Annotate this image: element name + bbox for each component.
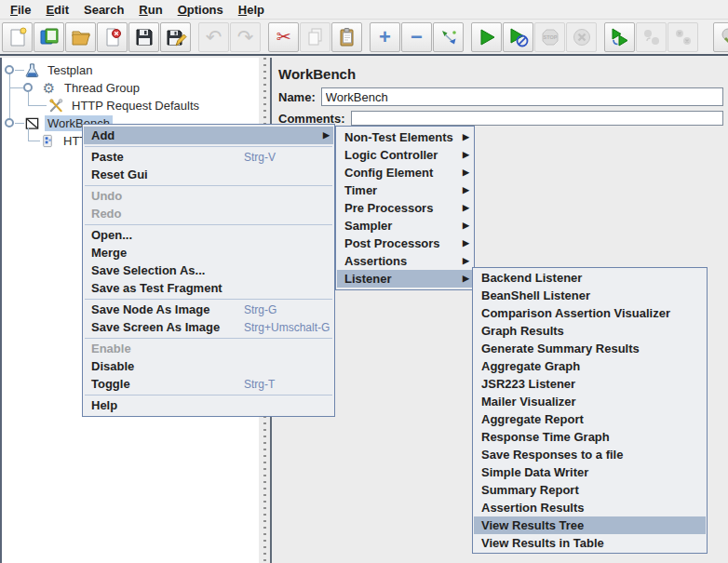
tree-guide-line [28,141,40,141]
menu-item-save-screen-as-image[interactable]: Save Screen As Image Strg+Umschalt-G [84,318,333,336]
menu-item-shortcut: Strg-G [244,303,276,316]
collapse-all-button[interactable]: − [401,22,432,52]
tree-item-label: HTTP Request Defaults [69,98,202,114]
menu-item-label: Toggle [91,377,130,391]
menubar-item-search[interactable]: Search [77,1,132,19]
minus-icon: − [411,27,423,47]
menu-item-label: Open... [91,228,132,242]
menu-item-aggregate-graph[interactable]: Aggregate Graph [474,357,706,375]
menu-item-label: Assertions [344,254,407,268]
menu-item-label: Disable [91,359,134,373]
redo-button[interactable]: ↷ [230,22,261,52]
menu-item-beanshell-listener[interactable]: BeanShell Listener [474,287,706,304]
menu-item-toggle[interactable]: Toggle Strg-T [84,375,333,393]
http-node-icon [40,133,56,149]
menu-item-save-selection-as[interactable]: Save Selection As... [84,261,333,279]
menubar-item-edit[interactable]: Edit [39,1,77,19]
expand-all-button[interactable]: + [370,22,400,52]
menu-item-post-processors[interactable]: Post Processors ▶ [337,235,473,252]
name-field[interactable] [321,87,723,106]
menu-item-merge[interactable]: Merge [84,244,333,261]
expand-handle-testplan[interactable] [5,65,14,74]
cut-button[interactable]: ✂ [268,22,299,52]
tree-item-http-request-defaults[interactable]: HTTP Request Defaults [48,97,202,114]
copy-button[interactable] [300,22,330,52]
menu-item-aggregate-report[interactable]: Aggregate Report [474,410,706,428]
menu-item-label: Comparison Assertion Visualizer [481,306,670,320]
menubar-item-file[interactable]: File [4,1,39,19]
shutdown-button[interactable] [566,22,597,52]
menu-item-view-results-tree[interactable]: View Results Tree [474,516,706,534]
menu-item-open[interactable]: Open... [84,226,333,244]
menu-item-undo[interactable]: Undo [84,187,333,205]
menu-item-comparison-assertion-visualizer[interactable]: Comparison Assertion Visualizer [474,304,706,322]
toggle-button[interactable] [433,22,464,52]
tree-item-thread-group[interactable]: ⚙ Thread Group [41,79,142,97]
save-button[interactable] [128,22,159,52]
comments-field[interactable] [351,111,723,126]
menu-item-enable[interactable]: Enable [84,340,333,357]
menubar-item-options[interactable]: Options [171,1,232,19]
remote-stop-all-button[interactable] [636,22,667,52]
open-file-icon [70,26,92,48]
remote-start-all-icon [609,26,631,48]
name-label: Name: [278,90,316,104]
menu-item-assertion-results[interactable]: Assertion Results [474,499,706,516]
menu-item-summary-report[interactable]: Summary Report [474,481,706,499]
menu-item-listener[interactable]: Listener ▶ [337,270,473,288]
tree-guide-line [15,70,24,71]
menu-item-save-as-test-fragment[interactable]: Save as Test Fragment [84,279,333,297]
start-no-timers-button[interactable] [503,22,533,52]
menu-item-response-time-graph[interactable]: Response Time Graph [474,428,706,446]
menu-item-disable[interactable]: Disable [84,357,333,375]
expand-handle-workbench[interactable] [5,118,14,127]
menu-item-add[interactable]: Add ▶ [84,127,333,144]
menu-item-label: Simple Data Writer [481,465,588,479]
menu-item-simple-data-writer[interactable]: Simple Data Writer [474,463,706,481]
close-file-button[interactable] [97,22,128,52]
templates-button[interactable] [34,22,64,52]
menu-item-graph-results[interactable]: Graph Results [474,322,706,340]
undo-button[interactable]: ↶ [198,22,229,52]
menu-item-backend-listener[interactable]: Backend Listener [474,269,706,287]
new-file-button[interactable] [2,22,33,52]
menu-item-label: Assertion Results [481,501,585,515]
submenu-arrow-icon: ▶ [463,168,469,177]
menu-item-sampler[interactable]: Sampler ▶ [337,217,473,235]
menu-item-reset-gui[interactable]: Reset Gui [84,166,333,183]
menu-item-shortcut: Strg-V [244,151,276,164]
test-plan-icon [24,62,40,78]
stop-button[interactable]: STOP [534,22,565,52]
menu-item-save-node-as-image[interactable]: Save Node As Image Strg-G [84,301,333,318]
clear-button[interactable] [713,22,728,52]
menu-item-timer[interactable]: Timer ▶ [337,181,473,199]
menu-item-view-results-in-table[interactable]: View Results in Table [474,534,706,552]
open-file-button[interactable] [65,22,96,52]
menu-item-jsr223-listener[interactable]: JSR223 Listener [474,375,706,393]
menu-item-logic-controller[interactable]: Logic Controller ▶ [337,146,473,164]
submenu-arrow-icon: ▶ [463,221,469,230]
menu-item-redo[interactable]: Redo [84,205,333,222]
tree-item-testplan[interactable]: Testplan [24,61,95,79]
menu-item-assertions[interactable]: Assertions ▶ [337,252,473,270]
menu-item-label: Listener [344,272,392,286]
start-button[interactable] [471,22,502,52]
remote-start-all-button[interactable] [604,22,635,52]
paste-button[interactable] [331,22,362,52]
menu-item-non-test-elements[interactable]: Non-Test Elements ▶ [337,128,473,146]
menu-item-save-responses-to-a-file[interactable]: Save Responses to a file [474,446,706,463]
menu-item-paste[interactable]: Paste Strg-V [84,148,333,166]
menu-item-help[interactable]: Help [84,396,333,414]
menu-item-label: Graph Results [481,324,564,338]
cut-icon: ✂ [276,28,291,46]
menu-item-generate-summary-results[interactable]: Generate Summary Results [474,340,706,357]
expand-handle-thread-group[interactable] [23,83,33,92]
menu-item-config-element[interactable]: Config Element ▶ [337,164,473,181]
menu-item-mailer-visualizer[interactable]: Mailer Visualizer [474,393,706,410]
menubar-item-run[interactable]: Run [132,1,170,19]
menu-item-pre-processors[interactable]: Pre Processors ▶ [337,199,473,217]
menubar-item-help[interactable]: Help [232,1,273,19]
menu-item-shortcut: Strg+Umschalt-G [244,321,330,334]
remote-shutdown-all-button[interactable] [667,22,698,52]
save-as-button[interactable] [160,22,191,52]
